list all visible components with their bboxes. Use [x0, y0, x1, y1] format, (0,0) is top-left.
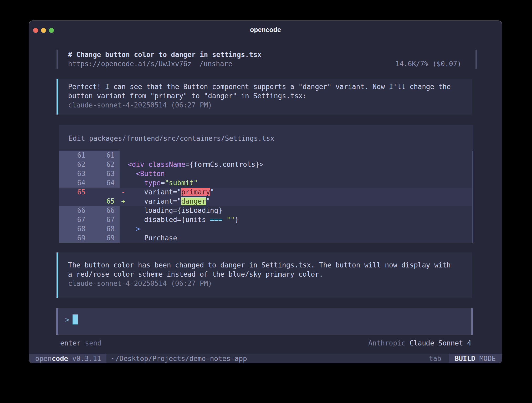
enter-hint-key: enter — [60, 339, 81, 348]
mode-secondary — [475, 355, 479, 363]
status-bar: opencode v0.3.11 ~/Desktop/Projects/demo… — [29, 354, 502, 363]
diff-row: 6262<div className={formCs.controls}> — [59, 160, 473, 169]
text-cursor — [73, 314, 78, 324]
diff-row: 6666 loading={isLoading} — [59, 206, 473, 215]
diff-row: 6464 type="submit" — [59, 178, 473, 188]
session-title: # Change button color to danger in setti… — [68, 50, 461, 59]
opencode-window: opencode # Change button color to danger… — [29, 20, 502, 363]
share-url[interactable]: https://opencode.ai/s/UwJxv76z — [68, 59, 192, 69]
mode-primary: BUILD — [455, 355, 475, 363]
prompt-caret: > — [65, 316, 69, 324]
assistant-message: The button color has been changed to dan… — [57, 252, 472, 298]
brand-open: open — [35, 355, 52, 363]
diff-row: 6363 <Button — [59, 169, 473, 178]
mode-label: MODE — [479, 355, 496, 363]
app-version: v0.3.11 — [72, 355, 101, 363]
footer-hints: enter send Anthropic Claude Sonnet 4 — [60, 339, 471, 348]
diff-row: 6767 disabled={units === ""} — [59, 215, 473, 224]
diff-row: 65- variant="primary" — [59, 188, 473, 197]
message-text: The button color has been changed to dan… — [68, 261, 472, 279]
mode-chip[interactable]: BUILD MODE — [449, 354, 502, 363]
message-text: Perfect! I can see that the Button compo… — [68, 82, 472, 101]
unshare-command[interactable]: /unshare — [200, 59, 232, 69]
edit-tool-header: Edit packages/frontend/src/containers/Se… — [69, 134, 274, 143]
diff-row: 65+ variant="danger" — [59, 197, 473, 206]
message-meta: claude-sonnet-4-20250514 (06:27 PM) — [68, 279, 472, 288]
diff-row: 6868 > — [59, 224, 473, 234]
session-header: # Change button color to danger in setti… — [57, 50, 477, 69]
diff-rows: 61616262<div className={formCs.controls}… — [59, 151, 473, 243]
brand-code: code — [52, 355, 68, 363]
edit-tool-card: Edit packages/frontend/src/containers/Se… — [59, 125, 473, 243]
working-directory: ~/Desktop/Projects/demo-notes-app — [111, 354, 247, 363]
enter-hint-label: send — [85, 339, 101, 348]
diff-row: 6161 — [59, 151, 473, 160]
window-title: opencode — [29, 26, 502, 34]
app-version-chip: opencode v0.3.11 — [29, 354, 106, 363]
token-usage: 14.6K/7% ($0.07) — [396, 59, 461, 69]
assistant-message: Perfect! I can see that the Button compo… — [57, 79, 472, 115]
diff-row: 6969 Purchase — [59, 234, 473, 243]
model-provider: Anthropic — [368, 339, 405, 348]
model-name: Claude Sonnet 4 — [410, 339, 471, 348]
tab-hint: tab — [429, 354, 441, 363]
message-meta: claude-sonnet-4-20250514 (06:27 PM) — [68, 101, 472, 110]
prompt-input[interactable]: > — [56, 308, 473, 335]
scrollbar[interactable] — [472, 151, 473, 243]
